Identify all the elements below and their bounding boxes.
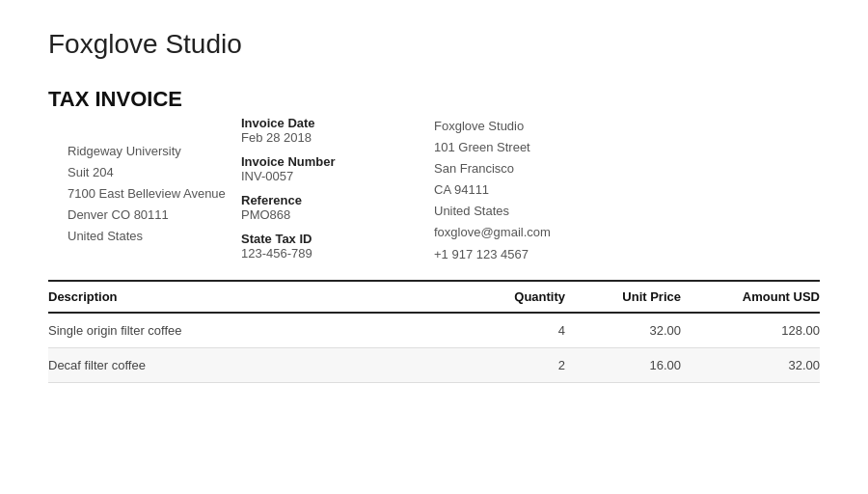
- invoice-number-label: Invoice Number: [241, 154, 434, 169]
- invoice-date-value: Feb 28 2018: [241, 130, 434, 145]
- bill-to-address1: Suit 204: [68, 162, 241, 183]
- company-phone: +1 917 123 4567: [434, 244, 627, 265]
- row-unit-price: 16.00: [565, 348, 681, 383]
- invoice-details: Invoice Date Feb 28 2018 Invoice Number …: [241, 87, 434, 270]
- row-quantity: 2: [473, 348, 565, 383]
- invoice-title: TAX INVOICE: [48, 87, 241, 112]
- table-row: Decaf filter coffee 2 16.00 32.00: [48, 348, 820, 383]
- table-row: Single origin filter coffee 4 32.00 128.…: [48, 313, 820, 348]
- bill-to-company: Ridgeway University: [68, 141, 241, 162]
- invoice-tax-id-row: State Tax ID 123-456-789: [241, 232, 434, 261]
- col-header-quantity: Quantity: [473, 281, 565, 313]
- company-state-zip: CA 94111: [434, 179, 627, 201]
- row-quantity: 4: [473, 313, 565, 348]
- invoice-date-label: Invoice Date: [241, 116, 434, 130]
- row-description: Single origin filter coffee: [48, 313, 473, 348]
- bill-to-address2: 7100 East Belleview Avenue: [68, 183, 241, 205]
- invoice-reference-label: Reference: [241, 193, 434, 207]
- invoice-reference-value: PMO868: [241, 207, 434, 222]
- invoice-tax-id-value: 123-456-789: [241, 246, 434, 261]
- bill-to-country: United States: [68, 226, 241, 247]
- company-email: foxglove@gmail.com: [434, 222, 627, 243]
- row-unit-price: 32.00: [565, 313, 681, 348]
- app-title: Foxglove Studio: [48, 29, 820, 60]
- row-amount: 32.00: [681, 348, 820, 383]
- row-description: Decaf filter coffee: [48, 348, 473, 383]
- company-info: Foxglove Studio 101 Green Street San Fra…: [434, 87, 627, 265]
- invoice-date-row: Invoice Date Feb 28 2018: [241, 116, 434, 145]
- col-header-unit-price: Unit Price: [565, 281, 681, 313]
- col-header-description: Description: [48, 281, 473, 313]
- company-address1: 101 Green Street: [434, 137, 627, 158]
- invoice-reference-row: Reference PMO868: [241, 193, 434, 222]
- invoice-number-value: INV-0057: [241, 169, 434, 183]
- invoice-number-row: Invoice Number INV-0057: [241, 154, 434, 183]
- row-amount: 128.00: [681, 313, 820, 348]
- invoice-tax-id-label: State Tax ID: [241, 232, 434, 246]
- company-country: United States: [434, 201, 627, 222]
- col-header-amount: Amount USD: [681, 281, 820, 313]
- bill-to-address3: Denver CO 80111: [68, 205, 241, 226]
- bill-to-section: Ridgeway University Suit 204 7100 East B…: [48, 112, 241, 247]
- company-city: San Francisco: [434, 158, 627, 179]
- invoice-table: Description Quantity Unit Price Amount U…: [48, 280, 820, 383]
- company-name: Foxglove Studio: [434, 116, 627, 137]
